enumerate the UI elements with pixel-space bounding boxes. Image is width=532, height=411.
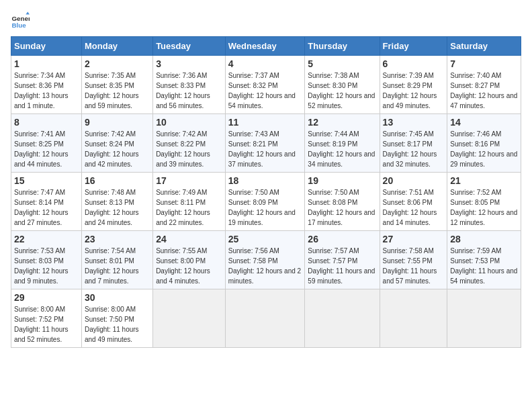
day-cell: 30Sunrise: 8:00 AMSunset: 7:50 PMDayligh…	[81, 289, 152, 348]
sunset-label: Sunset: 8:11 PM	[156, 199, 206, 206]
daylight-label: Daylight: 11 hours and 49 minutes.	[85, 326, 139, 343]
sunrise-label: Sunrise: 7:49 AM	[156, 189, 207, 196]
daylight-label: Daylight: 12 hours and 52 minutes.	[308, 92, 375, 109]
header-cell-wednesday: Wednesday	[225, 37, 305, 56]
week-row-3: 8Sunrise: 7:41 AMSunset: 8:25 PMDaylight…	[11, 114, 521, 173]
day-detail: Sunrise: 7:48 AMSunset: 8:13 PMDaylight:…	[85, 187, 150, 228]
sunrise-label: Sunrise: 7:39 AM	[383, 72, 434, 79]
day-number: 25	[228, 234, 302, 244]
day-cell	[305, 289, 380, 348]
day-cell	[153, 289, 226, 348]
sunrise-label: Sunrise: 7:41 AM	[14, 130, 65, 138]
daylight-label: Daylight: 12 hours and 19 minutes.	[228, 209, 296, 226]
day-cell: 29Sunrise: 8:00 AMSunset: 7:52 PMDayligh…	[11, 289, 82, 348]
sunset-label: Sunset: 8:22 PM	[156, 140, 206, 148]
header-cell-friday: Friday	[380, 37, 447, 56]
day-detail: Sunrise: 7:51 AMSunset: 8:06 PMDaylight:…	[383, 187, 445, 228]
sunrise-label: Sunrise: 7:37 AM	[228, 72, 279, 79]
day-number: 12	[308, 117, 376, 128]
header-cell-saturday: Saturday	[447, 37, 521, 56]
day-detail: Sunrise: 7:38 AMSunset: 8:30 PMDaylight:…	[308, 71, 376, 111]
sunset-label: Sunset: 8:05 PM	[450, 199, 500, 206]
day-number: 16	[85, 175, 150, 186]
sunrise-label: Sunrise: 7:56 AM	[228, 247, 279, 255]
day-cell: 14Sunrise: 7:46 AMSunset: 8:16 PMDayligh…	[447, 114, 521, 173]
day-detail: Sunrise: 7:45 AMSunset: 8:17 PMDaylight:…	[383, 129, 445, 169]
logo-icon: General Blue	[11, 11, 30, 30]
day-number: 20	[383, 175, 445, 186]
day-number: 21	[450, 175, 518, 186]
daylight-label: Daylight: 12 hours and 24 minutes.	[85, 209, 139, 226]
daylight-label: Daylight: 13 hours and 1 minute.	[14, 92, 69, 109]
day-number: 29	[14, 292, 79, 303]
sunset-label: Sunset: 7:50 PM	[85, 316, 134, 323]
sunset-label: Sunset: 8:14 PM	[14, 199, 64, 206]
sunrise-label: Sunrise: 7:47 AM	[14, 189, 65, 196]
sunset-label: Sunset: 8:17 PM	[383, 140, 433, 148]
day-cell: 13Sunrise: 7:45 AMSunset: 8:17 PMDayligh…	[380, 114, 447, 173]
day-cell: 26Sunrise: 7:57 AMSunset: 7:57 PMDayligh…	[305, 231, 380, 289]
sunrise-label: Sunrise: 7:46 AM	[450, 130, 501, 138]
daylight-label: Daylight: 12 hours and 56 minutes.	[156, 92, 210, 109]
day-number: 3	[156, 58, 222, 69]
day-detail: Sunrise: 7:39 AMSunset: 8:29 PMDaylight:…	[383, 71, 445, 111]
sunrise-label: Sunrise: 7:53 AM	[14, 247, 65, 255]
day-detail: Sunrise: 7:40 AMSunset: 8:27 PMDaylight:…	[450, 71, 518, 111]
sunset-label: Sunset: 7:58 PM	[228, 257, 278, 265]
day-cell: 6Sunrise: 7:39 AMSunset: 8:29 PMDaylight…	[380, 56, 447, 114]
sunset-label: Sunset: 8:32 PM	[228, 82, 278, 89]
day-detail: Sunrise: 8:00 AMSunset: 7:52 PMDaylight:…	[14, 304, 79, 345]
sunrise-label: Sunrise: 7:38 AM	[308, 72, 359, 79]
sunset-label: Sunset: 8:27 PM	[450, 82, 500, 89]
day-number: 27	[383, 234, 445, 244]
daylight-label: Daylight: 11 hours and 52 minutes.	[14, 326, 69, 343]
day-number: 30	[85, 292, 150, 303]
daylight-label: Daylight: 12 hours and 59 minutes.	[85, 92, 139, 109]
day-detail: Sunrise: 7:46 AMSunset: 8:16 PMDaylight:…	[450, 129, 518, 169]
sunset-label: Sunset: 8:19 PM	[308, 140, 357, 148]
sunset-label: Sunset: 8:33 PM	[156, 82, 206, 89]
daylight-label: Daylight: 12 hours and 37 minutes.	[228, 150, 296, 168]
day-cell: 16Sunrise: 7:48 AMSunset: 8:13 PMDayligh…	[81, 173, 152, 231]
day-cell: 10Sunrise: 7:42 AMSunset: 8:22 PMDayligh…	[153, 114, 226, 173]
day-detail: Sunrise: 7:43 AMSunset: 8:21 PMDaylight:…	[228, 129, 302, 169]
sunset-label: Sunset: 8:35 PM	[85, 82, 134, 89]
day-number: 18	[228, 175, 302, 186]
sunrise-label: Sunrise: 7:52 AM	[450, 189, 501, 196]
week-row-2: 1Sunrise: 7:34 AMSunset: 8:36 PMDaylight…	[11, 56, 521, 114]
day-detail: Sunrise: 7:34 AMSunset: 8:36 PMDaylight:…	[14, 71, 79, 111]
sunrise-label: Sunrise: 7:59 AM	[450, 247, 501, 255]
day-detail: Sunrise: 7:50 AMSunset: 8:08 PMDaylight:…	[308, 187, 376, 228]
day-cell: 21Sunrise: 7:52 AMSunset: 8:05 PMDayligh…	[447, 173, 521, 231]
day-detail: Sunrise: 7:53 AMSunset: 8:03 PMDaylight:…	[14, 246, 79, 286]
sunset-label: Sunset: 8:16 PM	[450, 140, 500, 148]
sunrise-label: Sunrise: 8:00 AM	[14, 306, 65, 313]
day-detail: Sunrise: 7:58 AMSunset: 7:55 PMDaylight:…	[383, 246, 445, 286]
sunset-label: Sunset: 8:24 PM	[85, 140, 134, 148]
day-cell: 20Sunrise: 7:51 AMSunset: 8:06 PMDayligh…	[380, 173, 447, 231]
day-number: 28	[450, 234, 518, 244]
daylight-label: Daylight: 12 hours and 54 minutes.	[228, 92, 296, 109]
sunset-label: Sunset: 8:03 PM	[14, 257, 64, 265]
day-detail: Sunrise: 8:00 AMSunset: 7:50 PMDaylight:…	[85, 304, 150, 345]
daylight-label: Daylight: 11 hours and 59 minutes.	[308, 267, 375, 285]
sunset-label: Sunset: 7:53 PM	[450, 257, 500, 265]
day-cell: 12Sunrise: 7:44 AMSunset: 8:19 PMDayligh…	[305, 114, 380, 173]
sunset-label: Sunset: 8:36 PM	[14, 82, 64, 89]
sunset-label: Sunset: 8:06 PM	[383, 199, 433, 206]
sunset-label: Sunset: 8:25 PM	[14, 140, 64, 148]
header: General Blue	[11, 11, 521, 30]
day-cell: 22Sunrise: 7:53 AMSunset: 8:03 PMDayligh…	[11, 231, 82, 289]
day-number: 6	[383, 58, 445, 69]
daylight-label: Daylight: 12 hours and 12 minutes.	[450, 209, 517, 226]
week-row-5: 22Sunrise: 7:53 AMSunset: 8:03 PMDayligh…	[11, 231, 521, 289]
day-number: 9	[85, 117, 150, 128]
sunset-label: Sunset: 8:00 PM	[156, 257, 206, 265]
day-detail: Sunrise: 7:44 AMSunset: 8:19 PMDaylight:…	[308, 129, 376, 169]
daylight-label: Daylight: 12 hours and 2 minutes.	[228, 267, 301, 285]
header-row: SundayMondayTuesdayWednesdayThursdayFrid…	[11, 37, 521, 56]
day-detail: Sunrise: 7:35 AMSunset: 8:35 PMDaylight:…	[85, 71, 150, 111]
daylight-label: Daylight: 12 hours and 9 minutes.	[14, 267, 69, 285]
sunrise-label: Sunrise: 7:55 AM	[156, 247, 207, 255]
day-detail: Sunrise: 7:56 AMSunset: 7:58 PMDaylight:…	[228, 246, 302, 286]
